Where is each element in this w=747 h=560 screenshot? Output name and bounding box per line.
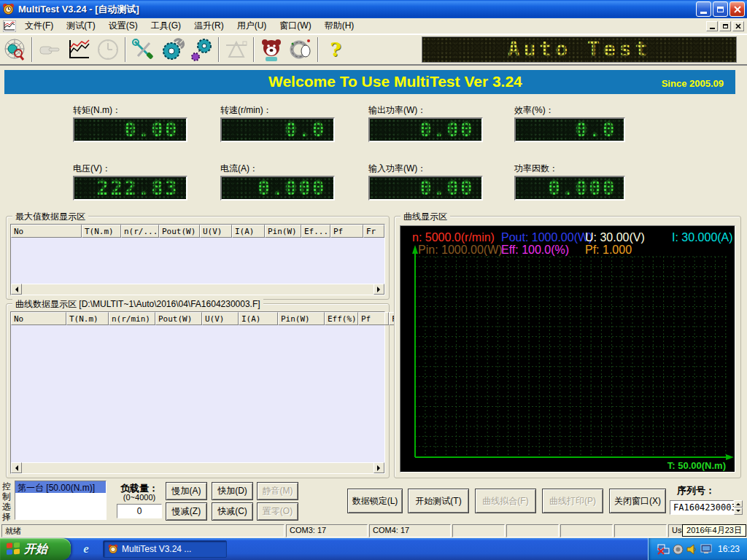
column-header[interactable]: n(r/min)	[109, 312, 155, 325]
curve-fit-button: 曲线拟合(F)	[475, 489, 536, 513]
horizontal-scrollbar[interactable]	[11, 284, 384, 295]
slow-decrease-button[interactable]: 慢减(Z)	[166, 502, 207, 521]
gear-wrench-button[interactable]	[158, 36, 187, 63]
column-header[interactable]: Pf	[358, 312, 389, 325]
speed-display: 0.0	[220, 117, 335, 142]
machine-listbox[interactable]: 第一台 [50.00(N.m)]	[15, 481, 107, 520]
column-header[interactable]: Pout(W)	[155, 312, 202, 325]
column-header[interactable]: I(A)	[239, 312, 278, 325]
restore-icon	[717, 7, 724, 12]
close-button[interactable]	[729, 1, 745, 17]
serial-number-input[interactable]: FA1604230003	[670, 500, 734, 515]
fast-decrease-button[interactable]: 快减(C)	[212, 502, 253, 521]
column-header[interactable]: U(V)	[202, 312, 239, 325]
scrollbar-track[interactable]	[22, 284, 374, 295]
column-header[interactable]: Pout(W)	[159, 225, 200, 238]
app-icon	[2, 3, 15, 15]
menu-temp-rise[interactable]: 温升(R)	[187, 18, 231, 34]
x-axis-label: T: 50.00(N.m)	[667, 460, 726, 471]
menu-help[interactable]: 帮助(H)	[318, 18, 361, 34]
machine-list-item[interactable]: 第一台 [50.00(N.m)]	[15, 481, 106, 493]
legend-n: n: 5000.0(r/min)	[412, 231, 495, 244]
plot-canvas	[400, 226, 736, 471]
auto-test-led-text: Auto Test	[422, 37, 736, 61]
start-test-button[interactable]: 开始测试(T)	[408, 489, 469, 513]
hand-point-icon	[39, 41, 61, 58]
curve-chart-button[interactable]	[64, 36, 93, 63]
fast-increase-button[interactable]: 快加(D)	[212, 482, 253, 500]
column-header[interactable]: No	[11, 312, 66, 325]
start-button[interactable]: 开始	[0, 538, 71, 560]
user-bear-button[interactable]	[257, 36, 286, 63]
menu-user[interactable]: 用户(U)	[231, 18, 274, 34]
torque-label: 转矩(N.m)：	[73, 104, 121, 117]
column-header[interactable]: Eff(%)	[325, 312, 358, 325]
quick-launch-ie-button[interactable]: e	[78, 541, 94, 557]
column-header[interactable]: Fr	[363, 225, 384, 238]
web-search-button[interactable]	[0, 36, 29, 63]
scrollbar-track[interactable]	[22, 462, 374, 473]
column-header[interactable]: No	[11, 225, 82, 238]
column-header[interactable]: Pin(W)	[278, 312, 325, 325]
scroll-right-button[interactable]	[374, 284, 384, 295]
restore-button[interactable]	[713, 1, 728, 17]
horizontal-scrollbar[interactable]	[11, 462, 384, 473]
data-lock-button[interactable]: 数据锁定(L)	[347, 489, 403, 513]
help-button[interactable]: ?	[321, 36, 350, 63]
scroll-right-button[interactable]	[374, 462, 384, 473]
minimize-button[interactable]	[696, 1, 711, 17]
toolbar-separator	[125, 37, 126, 62]
column-header[interactable]: Pf	[330, 225, 363, 238]
column-header[interactable]: Pin(W)	[265, 225, 301, 238]
status-empty-panel	[452, 524, 505, 537]
gear-chain-button[interactable]	[187, 36, 216, 63]
child-minimize-button[interactable]	[706, 21, 718, 31]
spin-down-button[interactable]	[734, 508, 743, 515]
efficiency-label: 效率(%)：	[514, 104, 554, 117]
status-com3: COM3: 17	[286, 524, 368, 537]
legend-u: U: 30.00(V)	[585, 231, 645, 244]
scroll-left-button[interactable]	[11, 462, 22, 473]
balance-scale-icon	[225, 39, 248, 60]
audio-device-icon[interactable]	[673, 544, 684, 555]
child-window-chart-icon[interactable]	[3, 20, 16, 32]
hand-point-button	[35, 36, 64, 63]
menu-window[interactable]: 窗口(W)	[273, 18, 317, 34]
menu-settings[interactable]: 设置(S)	[102, 18, 144, 34]
serial-spinner[interactable]	[734, 500, 743, 515]
column-header[interactable]: Ef...	[301, 225, 330, 238]
load-input[interactable]: 0	[117, 504, 162, 518]
rotate-gear-icon	[289, 38, 312, 61]
tools-button[interactable]	[128, 36, 158, 63]
scroll-left-button[interactable]	[11, 284, 22, 295]
curve-chart-icon	[67, 39, 90, 61]
child-restore-button[interactable]	[719, 21, 731, 31]
close-icon	[734, 6, 741, 13]
close-window-button[interactable]: 关闭窗口(X)	[609, 489, 666, 513]
system-tray: 16:23	[648, 538, 747, 560]
menu-file[interactable]: 文件(F)	[18, 18, 60, 34]
slow-increase-button[interactable]: 慢加(A)	[166, 482, 207, 500]
legend-pin: Pin: 1000.00(W)	[418, 244, 503, 257]
spin-up-button[interactable]	[734, 500, 743, 508]
power-factor-display: 0.000	[514, 176, 625, 201]
column-header[interactable]: I(A)	[232, 225, 265, 238]
volume-icon[interactable]	[686, 544, 697, 555]
column-header[interactable]: n(r/...	[121, 225, 159, 238]
current-display: 0.000	[220, 176, 335, 201]
toolbar: ? Auto Test	[0, 34, 747, 65]
menu-test[interactable]: 测试(T)	[60, 18, 101, 34]
pin-label: 输入功率(W)：	[368, 163, 426, 175]
current-label: 电流(A)：	[220, 163, 258, 175]
rotate-test-button[interactable]	[286, 36, 315, 63]
network-disconnected-icon[interactable]	[657, 544, 670, 555]
column-header[interactable]: U(V)	[200, 225, 232, 238]
status-ready: 就绪	[1, 524, 285, 537]
column-header[interactable]: T(N.m)	[66, 312, 109, 325]
child-close-button[interactable]	[732, 21, 744, 31]
multitest-task-button[interactable]: MultiTest V3.24 ...	[103, 540, 227, 558]
max-data-title: 最大值数据显示区	[12, 211, 88, 223]
column-header[interactable]: T(N.m)	[82, 225, 121, 238]
menu-tools[interactable]: 工具(G)	[144, 18, 187, 34]
display-settings-icon[interactable]	[700, 544, 712, 554]
